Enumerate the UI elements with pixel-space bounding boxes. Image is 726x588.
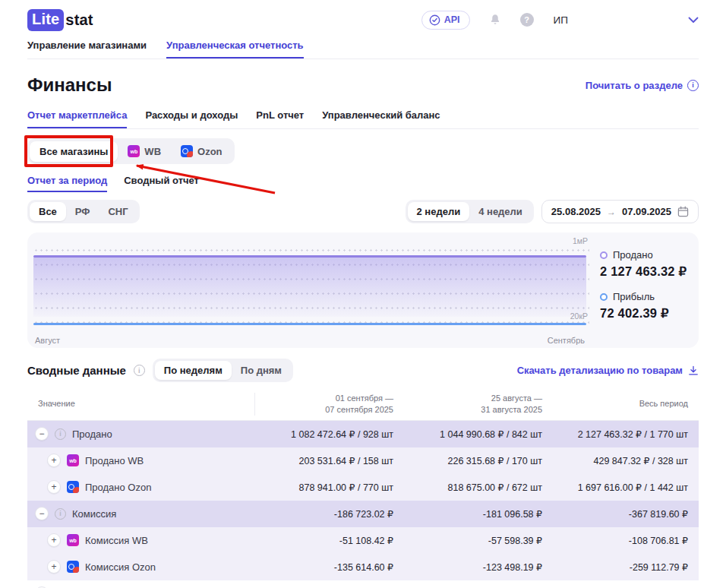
col-header-value: Значение [27,393,255,416]
tab-management-balance[interactable]: Управленческий баланс [322,106,440,128]
legend-item-sold[interactable]: Продано 2 127 463.32 ₽ [600,249,691,279]
summary-info-icon[interactable]: i [134,365,145,376]
api-badge[interactable]: API [421,11,470,30]
table-row-commission-wb[interactable]: + wb Комиссия WB -51 108.42 ₽ -57 598.39… [27,527,699,554]
col-header-week-current: 01 сентября — 07 сентября 2025 [255,393,404,416]
check-circle-icon [429,14,440,26]
api-badge-label: API [444,14,460,25]
legend-item-profit[interactable]: Прибыль 72 402.39 ₽ [600,291,691,321]
row-value-week2: -181 096.58 ₽ [404,508,553,520]
date-range-picker[interactable]: 25.08.2025 → 07.09.2025 [541,200,699,223]
store-filter-all-stores[interactable]: Все магазины [30,141,118,162]
row-label: Комиссия [72,508,116,520]
calendar-icon [677,206,689,217]
about-section-link[interactable]: Почитать о разделе i [586,80,699,91]
expand-button[interactable]: + [47,454,61,467]
x-axis-label-september: Сентябрь [548,336,585,345]
row-info-icon[interactable]: i [55,428,66,440]
col-header-whole-period: Весь период [553,398,699,409]
row-value-total: -108 706.81 ₽ [553,535,699,546]
row-label: Продано WB [85,455,144,466]
granularity-by-weeks[interactable]: По неделям [155,361,232,380]
row-info-icon[interactable]: i [55,508,66,520]
account-label[interactable]: ИП [554,14,568,26]
sold-line [33,255,586,258]
store-filter-wrap: Все магазины wb WB Ozon [27,138,235,164]
profit-line [33,323,586,325]
row-label: Продано [72,428,112,440]
region-filter-rf[interactable]: РФ [66,202,99,221]
row-value-week1: 203 531.64 ₽ / 158 шт [255,455,404,466]
tab-summary-report[interactable]: Сводный отчет [124,175,199,192]
wb-icon: wb [67,454,79,466]
row-value-total: 2 127 463.32 ₽ / 1 770 шт [553,428,699,440]
profit-legend-label: Прибыль [613,291,655,302]
table-row-commission-ozon[interactable]: + Комиссия Ozon -135 614.60 ₽ -123 498.1… [27,554,699,580]
region-filter-cis[interactable]: СНГ [99,202,137,221]
wb-icon: wb [67,534,79,546]
collapse-button[interactable]: − [35,507,49,520]
row-value-week2: -57 598.39 ₽ [404,535,553,546]
row-value-week2: 818 675.00 ₽ / 672 шт [404,482,553,493]
region-filter-all[interactable]: Все [30,202,66,221]
nav-item-management-reporting[interactable]: Управленческая отчетность [166,35,304,58]
period-two-weeks[interactable]: 2 недели [408,202,470,221]
tab-expenses-income[interactable]: Расходы и доходы [145,106,238,128]
profit-total-value: 72 402.39 ₽ [600,306,691,321]
granularity-toggle: По неделям По дням [153,359,293,382]
row-value-week2: 1 044 990.68 ₽ / 842 шт [404,428,553,440]
row-value-total: -367 819.60 ₽ [553,508,699,520]
expand-button[interactable]: + [47,533,61,547]
tab-pnl-report[interactable]: PnL отчет [256,106,304,128]
collapse-button[interactable]: − [35,427,49,441]
summary-table: Значение 01 сентября — 07 сентября 2025 … [27,388,699,588]
table-row-sold[interactable]: − i Продано 1 082 472.64 ₽ / 928 шт 1 04… [27,421,699,447]
table-row-sold-ozon[interactable]: + Продано Ozon 878 941.00 ₽ / 770 шт 818… [27,474,699,501]
store-filter: Все магазины wb WB Ozon [27,138,235,164]
period-toggle: 2 недели 4 недели [406,200,534,223]
nav-item-store-management[interactable]: Управление магазинами [27,35,147,58]
expand-button[interactable]: + [47,560,61,574]
ozon-icon [67,481,79,493]
store-filter-ozon[interactable]: Ozon [171,141,232,162]
col-header-week-previous: 25 августа — 31 августа 2025 [404,393,553,416]
main-nav: Управление магазинами Управленческая отч… [27,35,699,59]
tab-period-report[interactable]: Отчет за период [27,175,107,192]
account-menu-button[interactable] [688,17,699,24]
row-label: Продано Ozon [85,482,151,493]
download-detail-label: Скачать детализацию по товарам [517,365,683,376]
granularity-by-days[interactable]: По дням [232,361,291,380]
row-value-total: 1 697 616.00 ₽ / 1 442 шт [553,482,699,493]
date-to: 07.09.2025 [622,206,671,217]
sold-legend-label: Продано [613,249,653,261]
topbar-right: API ? ИП [421,11,699,30]
table-row-logistics[interactable]: + i Логистика -97 038.08 ₽ -85 297.16 ₽ … [27,580,699,588]
store-filter-wb-label: WB [144,146,161,157]
region-filter: Все РФ СНГ [27,200,140,223]
notifications-button[interactable] [488,13,502,27]
row-value-week1: -186 723.02 ₽ [255,508,404,520]
row-value-week1: -51 108.42 ₽ [255,535,404,546]
row-value-total: 429 847.32 ₽ / 328 шт [553,455,699,466]
summary-row: Сводные данные i По неделям По дням Скач… [27,359,699,382]
row-value-week1: 1 082 472.64 ₽ / 928 шт [255,428,404,440]
y-axis-top-label: 1мР [573,236,588,245]
profit-legend-marker [600,293,608,301]
tab-marketplace-report[interactable]: Отчет маркетплейса [27,106,127,128]
table-row-commission[interactable]: − i Комиссия -186 723.02 ₽ -181 096.58 ₽… [27,501,699,527]
about-section-link-label: Почитать о разделе [586,80,683,91]
table-header: Значение 01 сентября — 07 сентября 2025 … [27,388,699,421]
filters-right: 2 недели 4 недели 25.08.2025 → 07.09.202… [406,200,699,223]
y-axis-bottom-label: 20кР [570,311,588,321]
table-row-sold-wb[interactable]: + wb Продано WB 203 531.64 ₽ / 158 шт 22… [27,447,699,474]
row-value-week1: 878 941.00 ₽ / 770 шт [255,482,404,493]
period-four-weeks[interactable]: 4 недели [469,202,532,221]
store-filter-all-label: Все магазины [39,146,108,157]
info-icon: i [687,80,699,91]
sold-total-value: 2 127 463.32 ₽ [600,264,691,279]
store-filter-wb[interactable]: wb WB [118,141,171,162]
expand-button[interactable]: + [47,480,61,494]
litestat-logo[interactable]: Lite stat [27,9,93,31]
download-detail-link[interactable]: Скачать детализацию по товарам [517,365,699,376]
help-button[interactable]: ? [520,13,534,27]
